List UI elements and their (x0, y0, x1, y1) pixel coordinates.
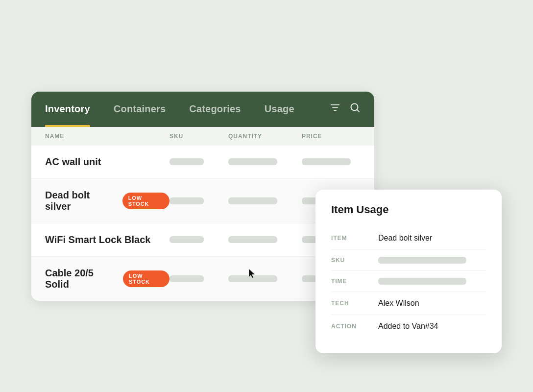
popup-value-item: Dead bolt silver (378, 234, 486, 243)
nav-bar: Inventory Containers Categories Usage (31, 92, 374, 127)
nav-tab-categories-label: Categories (189, 103, 241, 115)
nav-tab-inventory-label: Inventory (45, 103, 90, 115)
table-header: NAME SKU QUANTITY PRICE (31, 127, 374, 146)
qty-cell (228, 158, 302, 165)
sku-cell (170, 158, 228, 165)
price-cell (302, 158, 361, 165)
popup-label-sku: SKU (331, 257, 370, 264)
sku-skeleton (378, 257, 466, 264)
popup-row-tech: TECH Alex Wilson (331, 292, 486, 315)
filter-icon[interactable] (330, 103, 340, 115)
search-icon[interactable] (350, 102, 361, 116)
col-header-name: NAME (45, 133, 170, 140)
col-header-sku: SKU (170, 133, 228, 140)
popup-title: Item Usage (331, 203, 486, 216)
popup-row-sku: SKU (331, 250, 486, 271)
low-stock-badge[interactable]: LOW STOCK (123, 270, 170, 287)
sku-cell (170, 197, 228, 204)
col-header-quantity: QUANTITY (228, 133, 302, 140)
popup-label-item: ITEM (331, 235, 370, 242)
popup-row-time: TIME (331, 271, 486, 292)
popup-value-action: Added to Van#34 (378, 322, 486, 331)
item-usage-popup: Item Usage ITEM Dead bolt silver SKU TIM… (315, 190, 502, 353)
item-name: WiFi Smart Lock Black (45, 234, 170, 245)
item-name: Cable 20/5 Solid LOW STOCK (45, 268, 170, 290)
nav-tab-containers-label: Containers (114, 103, 166, 115)
item-name: AC wall unit (45, 156, 170, 168)
nav-tab-containers[interactable]: Containers (102, 92, 177, 127)
qty-cell (228, 197, 302, 204)
col-header-price: PRICE (302, 133, 361, 140)
qty-cell (228, 236, 302, 243)
nav-tab-categories[interactable]: Categories (177, 92, 252, 127)
popup-row-item: ITEM Dead bolt silver (331, 227, 486, 250)
scene: Inventory Containers Categories Usage (31, 92, 502, 301)
nav-tab-usage-label: Usage (265, 103, 294, 115)
time-skeleton (378, 278, 466, 285)
popup-row-action: ACTION Added to Van#34 (331, 315, 486, 338)
popup-label-tech: TECH (331, 300, 370, 307)
sku-cell (170, 275, 228, 282)
table-row[interactable]: AC wall unit (31, 146, 374, 179)
popup-label-time: TIME (331, 278, 370, 285)
low-stock-badge[interactable]: LOW STOCK (122, 193, 170, 209)
item-name: Dead bolt silver LOW STOCK (45, 190, 170, 212)
popup-label-action: ACTION (331, 323, 370, 330)
nav-tab-usage[interactable]: Usage (253, 92, 306, 127)
qty-cell (228, 275, 302, 282)
sku-cell (170, 236, 228, 243)
nav-tab-inventory[interactable]: Inventory (45, 92, 102, 127)
popup-value-tech: Alex Wilson (378, 299, 486, 308)
